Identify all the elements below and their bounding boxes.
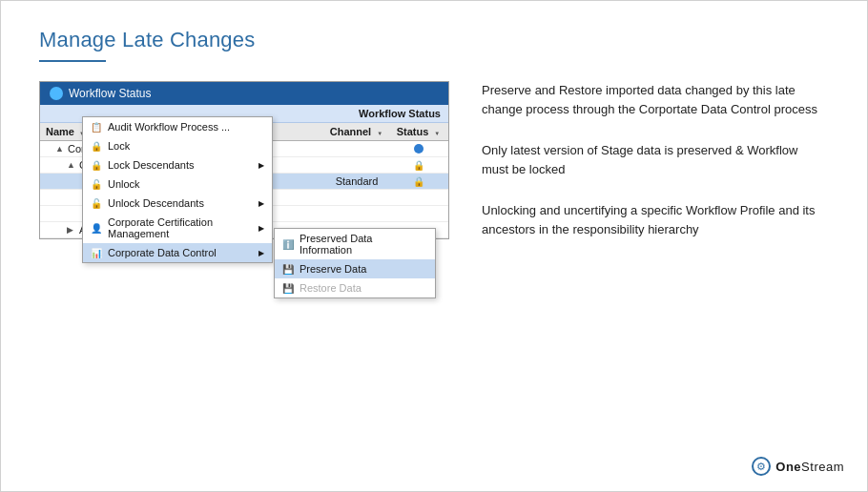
context-menu-label: Unlock Descendants — [108, 197, 204, 209]
submenu-arrow: ▶ — [258, 224, 264, 233]
onestream-logo-text: OneStream — [775, 460, 844, 474]
restore-icon: 💾 — [282, 283, 294, 294]
context-menu-item-unlock[interactable]: 🔓 Unlock — [83, 174, 272, 194]
context-menu-label: Lock — [108, 140, 130, 152]
lock-icon: 🔒 — [413, 176, 424, 187]
context-menu-item-audit[interactable]: 📋 Audit Workflow Process ... — [83, 117, 272, 136]
context-menu-label: Lock Descendants — [108, 159, 195, 171]
info-icon: ℹ️ — [282, 239, 294, 250]
submenu-item-restore[interactable]: 💾 Restore Data — [275, 278, 435, 297]
submenu-arrow: ▶ — [258, 249, 264, 257]
unlock-desc-icon: 🔓 — [91, 198, 102, 209]
context-menu-label: Unlock — [108, 178, 140, 190]
text-block-2-content: Only latest version of Stage data is pre… — [482, 141, 819, 178]
page-title: Manage Late Changes — [39, 28, 829, 52]
text-block-3: Unlocking and uncertifying a specific Wo… — [482, 201, 819, 238]
title-underline — [39, 60, 106, 62]
submenu-label: Preserved Data Information — [300, 233, 427, 256]
submenu-item-preserved-info[interactable]: ℹ️ Preserved Data Information — [275, 229, 435, 259]
context-menu-item-corp-data[interactable]: 📊 Corporate Data Control ▶ — [83, 243, 272, 262]
lock-icon: 🔒 — [413, 160, 424, 171]
text-block-1: Preserve and Restore imported data chang… — [482, 81, 819, 118]
text-panel: Preserve and Restore imported data chang… — [472, 81, 829, 261]
lock-icon: 🔒 — [91, 141, 102, 152]
lock-desc-icon: 🔒 — [91, 160, 102, 171]
context-menu-item-lock-desc[interactable]: 🔒 Lock Descendants ▶ — [83, 155, 272, 174]
context-menu-area: Clubs.Import Standard 🔒 Clubs.Forms — [40, 174, 448, 238]
status-filter-icon[interactable] — [433, 126, 441, 133]
onestream-logo-icon: ⚙ — [752, 457, 771, 476]
context-menu: 📋 Audit Workflow Process ... 🔒 Lock 🔒 Lo… — [82, 116, 273, 263]
context-menu-label: Audit Workflow Process ... — [108, 121, 230, 133]
cert-icon: 👤 — [91, 223, 102, 234]
workflow-panel: Workflow Status Workflow Status Name Cha… — [39, 81, 449, 239]
col-status-header: Status — [395, 126, 443, 137]
onestream-logo: ⚙ OneStream — [752, 457, 844, 476]
col-channel-header: Channel — [319, 126, 395, 137]
content-area: Workflow Status Workflow Status Name Cha… — [39, 81, 829, 261]
status-circle-icon — [414, 144, 424, 154]
slide-container: Manage Late Changes Workflow Status Work… — [0, 0, 868, 492]
unlock-icon: 🔓 — [91, 179, 102, 190]
data-ctrl-icon: 📊 — [91, 248, 102, 258]
audit-icon: 📋 — [91, 122, 102, 133]
text-block-1-content: Preserve and Restore imported data chang… — [482, 81, 819, 118]
workflow-panel-title: Workflow Status — [69, 87, 151, 100]
submenu-arrow: ▶ — [258, 161, 264, 170]
workflow-panel-icon — [50, 87, 63, 100]
context-menu-item-corp-cert[interactable]: 👤 Corporate Certification Management ▶ — [83, 213, 272, 243]
expand-icon[interactable]: ▲ — [55, 144, 65, 154]
context-menu-item-lock[interactable]: 🔒 Lock — [83, 136, 272, 155]
text-block-3-content: Unlocking and uncertifying a specific Wo… — [482, 201, 819, 238]
workflow-panel-titlebar: Workflow Status — [40, 82, 448, 105]
submenu-item-preserve[interactable]: 💾 Preserve Data — [275, 259, 435, 278]
preserve-icon: 💾 — [282, 264, 294, 275]
submenu-label: Preserve Data — [300, 263, 366, 275]
context-menu-label: Corporate Certification Management — [108, 216, 253, 239]
expand-icon[interactable]: ▶ — [67, 225, 76, 235]
context-menu-item-unlock-desc[interactable]: 🔓 Unlock Descendants ▶ — [83, 194, 272, 213]
text-block-2: Only latest version of Stage data is pre… — [482, 141, 819, 178]
submenu: ℹ️ Preserved Data Information 💾 Preserve… — [274, 228, 436, 298]
submenu-arrow: ▶ — [258, 199, 264, 208]
channel-filter-icon[interactable] — [376, 126, 383, 133]
context-menu-label: Corporate Data Control — [108, 247, 217, 258]
submenu-label: Restore Data — [300, 282, 362, 294]
expand-icon[interactable]: ▲ — [67, 160, 76, 170]
